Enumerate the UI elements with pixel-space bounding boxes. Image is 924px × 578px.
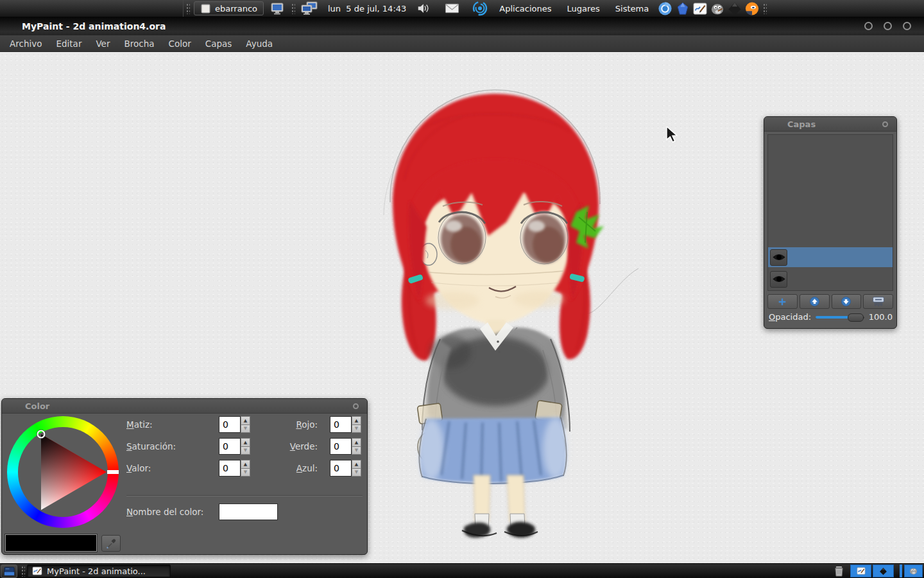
spin-down-icon[interactable]: ▼	[352, 468, 361, 477]
color-panel-title: Color	[25, 401, 49, 411]
applet-grip[interactable]	[185, 3, 190, 14]
color-picker-button[interactable]	[101, 535, 121, 552]
tray-gimp-item[interactable]	[904, 565, 923, 577]
menu-lugares[interactable]: Lugares	[560, 0, 608, 17]
saturation-input[interactable]	[219, 438, 241, 455]
spin-up-icon[interactable]: ▲	[352, 460, 361, 468]
trash-icon[interactable]	[834, 565, 844, 577]
gnome-bottom-panel: MyPaint - 2d animatio...	[0, 563, 924, 578]
task-label: MyPaint - 2d animatio...	[47, 566, 146, 576]
eye-icon	[772, 252, 786, 262]
gem-icon	[676, 1, 690, 16]
panel-empty-area	[0, 0, 184, 17]
launcher-gem[interactable]	[674, 0, 691, 17]
spin-down-icon[interactable]: ▼	[352, 425, 361, 434]
applet-grip[interactable]	[21, 565, 25, 577]
spin-down-icon[interactable]: ▼	[241, 446, 250, 455]
gimp-icon	[710, 1, 725, 16]
hue-wheel[interactable]	[7, 416, 119, 528]
separator	[126, 495, 363, 496]
audio-indicator-applet[interactable]	[468, 0, 492, 17]
value-label: Valor:	[126, 460, 151, 477]
color-panel-titlebar[interactable]: Color	[2, 399, 367, 414]
spin-down-icon[interactable]: ▼	[241, 425, 250, 434]
applet-grip[interactable]	[291, 3, 295, 14]
launcher-mypaint[interactable]	[691, 0, 708, 17]
spin-up-icon[interactable]: ▲	[352, 438, 361, 446]
spin-up-icon[interactable]: ▲	[241, 438, 250, 446]
tray-sliver	[900, 565, 902, 577]
screens-applet[interactable]	[297, 0, 321, 17]
menu-ayuda[interactable]: Ayuda	[239, 35, 280, 51]
spin-down-icon[interactable]: ▼	[352, 446, 361, 455]
gnome-top-panel: ebarranco lun 5 de jul, 14:43	[0, 0, 924, 17]
layers-panel-title: Capas	[787, 119, 816, 129]
saturation-label: Saturación:	[126, 438, 176, 455]
spin-down-icon[interactable]: ▼	[241, 468, 250, 477]
launcher-blender[interactable]	[743, 0, 760, 17]
window-titlebar[interactable]: MyPaint - 2d animation4.ora	[0, 17, 924, 35]
add-layer-icon	[777, 297, 787, 307]
display-applet[interactable]	[266, 0, 289, 17]
menu-ver[interactable]: Ver	[89, 35, 117, 51]
panel-close-icon[interactable]	[882, 121, 888, 127]
launcher-inkscape[interactable]	[726, 0, 743, 17]
close-button[interactable]	[903, 22, 911, 30]
slider-handle[interactable]	[848, 313, 864, 322]
blue-input[interactable]	[330, 460, 352, 477]
hue-marker[interactable]	[107, 470, 119, 474]
volume-icon	[416, 2, 431, 15]
volume-applet[interactable]	[413, 0, 434, 17]
spin-up-icon[interactable]: ▲	[352, 416, 361, 425]
layer-visibility-toggle[interactable]	[770, 271, 787, 288]
workspace-2[interactable]	[873, 565, 894, 577]
dual-monitor-icon	[301, 1, 318, 16]
hue-input[interactable]	[219, 416, 241, 433]
panel-close-icon[interactable]	[353, 403, 359, 409]
red-input[interactable]	[330, 416, 352, 433]
layers-panel-titlebar[interactable]: Capas	[764, 117, 896, 132]
slider-fill	[816, 316, 851, 319]
clock[interactable]: lun 5 de jul, 14:43	[321, 4, 413, 13]
menu-aplicaciones[interactable]: Aplicaciones	[492, 0, 559, 17]
launcher-chromium[interactable]	[656, 0, 674, 17]
color-panel: Color	[1, 398, 368, 555]
value-input[interactable]	[219, 460, 241, 477]
lower-layer-button[interactable]	[832, 294, 862, 309]
mail-applet[interactable]	[441, 0, 463, 17]
workspace-1[interactable]	[850, 565, 871, 577]
maximize-button[interactable]	[884, 22, 892, 30]
menu-color[interactable]: Color	[162, 35, 198, 51]
menu-editar[interactable]: Editar	[49, 35, 89, 51]
hsv-triangle[interactable]	[7, 416, 119, 528]
window-list-button[interactable]: ebarranco	[194, 1, 264, 15]
green-input[interactable]	[330, 438, 352, 455]
opacity-value: 100.0	[869, 312, 893, 322]
menu-capas[interactable]: Capas	[198, 35, 239, 51]
show-desktop-button[interactable]	[1, 565, 17, 578]
raise-layer-button[interactable]	[800, 294, 830, 309]
blender-icon	[744, 1, 760, 16]
menu-archivo[interactable]: Archivo	[3, 35, 49, 51]
minimize-button[interactable]	[864, 22, 873, 30]
color-name-input[interactable]	[219, 504, 278, 520]
spin-up-icon[interactable]: ▲	[241, 416, 250, 425]
opacity-slider[interactable]	[816, 313, 864, 322]
layer-row[interactable]	[768, 269, 893, 289]
add-layer-button[interactable]	[767, 294, 798, 309]
spin-up-icon[interactable]: ▲	[241, 460, 250, 468]
menu-brocha[interactable]: Brocha	[117, 35, 161, 51]
red-spinbox: ▲▼	[330, 416, 361, 433]
taskbar-mypaint-button[interactable]: MyPaint - 2d animatio...	[27, 565, 171, 577]
mouse-cursor	[666, 127, 678, 143]
menu-sistema[interactable]: Sistema	[608, 0, 656, 17]
layers-list[interactable]	[767, 134, 893, 291]
mypaint-window-icon	[857, 566, 866, 575]
launcher-gimp[interactable]	[708, 0, 726, 17]
delete-layer-button[interactable]	[863, 294, 893, 309]
raise-layer-icon	[809, 296, 820, 307]
applet-grip[interactable]	[762, 3, 767, 14]
gimp-icon	[909, 566, 918, 575]
layer-row-selected[interactable]	[768, 247, 893, 267]
layer-visibility-toggle[interactable]	[770, 249, 787, 266]
